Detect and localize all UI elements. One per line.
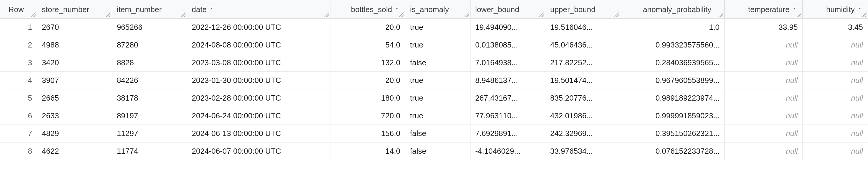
cell-row: 5 <box>0 89 37 107</box>
null-cell: null <box>724 107 803 124</box>
cell-lower_bound: 267.43167... <box>470 89 545 107</box>
cell-date: 2024-08-08 00:00:00 UTC <box>187 36 330 54</box>
cell-bottles_sold: 20.0 <box>330 71 405 89</box>
column-header-anomaly_probability[interactable]: anomaly_probability <box>620 0 725 18</box>
column-resize-handle[interactable] <box>181 12 186 18</box>
cell-lower_bound: -4.1046029... <box>470 142 545 160</box>
null-cell: null <box>724 71 803 89</box>
column-header-label: Row <box>8 5 24 14</box>
cell-row: 1 <box>0 18 37 36</box>
cell-store_number: 2665 <box>37 89 112 107</box>
sort-icon[interactable] <box>208 5 215 11</box>
null-cell: null <box>803 54 868 71</box>
cell-lower_bound: 0.0138085... <box>470 36 545 54</box>
column-header-bottles_sold[interactable]: bottles_sold <box>330 0 405 18</box>
column-resize-handle[interactable] <box>539 12 545 18</box>
null-cell: null <box>724 89 803 107</box>
cell-row: 3 <box>0 54 37 71</box>
cell-item_number: 11774 <box>112 142 187 160</box>
cell-date: 2024-06-13 00:00:00 UTC <box>187 124 330 142</box>
cell-anomaly_probability: 0.993323575560... <box>620 36 725 54</box>
column-header-temperature[interactable]: temperature <box>724 0 803 18</box>
column-header-store_number[interactable]: store_number <box>37 0 112 18</box>
cell-anomaly_probability: 0.989189223974... <box>620 89 725 107</box>
cell-upper_bound: 19.501474... <box>545 71 620 89</box>
column-resize-handle[interactable] <box>797 12 802 18</box>
cell-row: 8 <box>0 142 37 160</box>
cell-date: 2023-01-30 00:00:00 UTC <box>187 71 330 89</box>
column-resize-handle[interactable] <box>324 12 330 18</box>
cell-item_number: 89197 <box>112 107 187 124</box>
column-resize-handle[interactable] <box>862 12 867 18</box>
column-resize-handle[interactable] <box>31 12 36 18</box>
column-resize-handle[interactable] <box>614 12 619 18</box>
sort-icon[interactable] <box>791 5 798 11</box>
cell-date: 2023-03-08 00:00:00 UTC <box>187 54 330 71</box>
cell-row: 4 <box>0 71 37 89</box>
cell-is_anomaly: true <box>405 18 470 36</box>
results-table: Rowstore_numberitem_numberdatebottles_so… <box>0 0 868 160</box>
table-row[interactable]: 84622117742024-06-07 00:00:00 UTC14.0fal… <box>0 142 868 160</box>
column-header-lower_bound[interactable]: lower_bound <box>470 0 545 18</box>
table-row[interactable]: 126709652662022-12-26 00:00:00 UTC20.0tr… <box>0 18 868 36</box>
null-cell: null <box>724 124 803 142</box>
table-row[interactable]: 24988872802024-08-08 00:00:00 UTC54.0tru… <box>0 36 868 54</box>
cell-lower_bound: 77.963110... <box>470 107 545 124</box>
cell-bottles_sold: 156.0 <box>330 124 405 142</box>
cell-item_number: 965266 <box>112 18 187 36</box>
column-header-item_number[interactable]: item_number <box>112 0 187 18</box>
column-header-label: is_anomaly <box>410 5 449 14</box>
column-header-row[interactable]: Row <box>0 0 37 18</box>
cell-date: 2024-06-24 00:00:00 UTC <box>187 107 330 124</box>
cell-bottles_sold: 132.0 <box>330 54 405 71</box>
table-row[interactable]: 52665381782023-02-28 00:00:00 UTC180.0tr… <box>0 89 868 107</box>
table-body: 126709652662022-12-26 00:00:00 UTC20.0tr… <box>0 18 868 160</box>
column-header-label: lower_bound <box>475 5 519 14</box>
cell-is_anomaly: true <box>405 71 470 89</box>
cell-upper_bound: 835.20776... <box>545 89 620 107</box>
cell-bottles_sold: 14.0 <box>330 142 405 160</box>
column-resize-handle[interactable] <box>718 12 724 18</box>
cell-item_number: 8828 <box>112 54 187 71</box>
column-resize-handle[interactable] <box>464 12 470 18</box>
column-header-label: humidity <box>826 5 855 14</box>
cell-upper_bound: 45.046436... <box>545 36 620 54</box>
cell-is_anomaly: false <box>405 142 470 160</box>
cell-humidity: 3.45 <box>803 18 868 36</box>
null-cell: null <box>724 54 803 71</box>
column-header-label: temperature <box>748 5 789 14</box>
cell-store_number: 2633 <box>37 107 112 124</box>
cell-upper_bound: 432.01986... <box>545 107 620 124</box>
cell-item_number: 38178 <box>112 89 187 107</box>
cell-upper_bound: 242.32969... <box>545 124 620 142</box>
null-cell: null <box>724 142 803 160</box>
cell-bottles_sold: 180.0 <box>330 89 405 107</box>
column-header-is_anomaly[interactable]: is_anomaly <box>405 0 470 18</box>
cell-temperature: 33.95 <box>724 18 803 36</box>
cell-lower_bound: 19.494090... <box>470 18 545 36</box>
null-cell: null <box>803 36 868 54</box>
cell-is_anomaly: false <box>405 54 470 71</box>
cell-lower_bound: 8.9486137... <box>470 71 545 89</box>
column-header-upper_bound[interactable]: upper_bound <box>545 0 620 18</box>
cell-store_number: 3907 <box>37 71 112 89</box>
column-resize-handle[interactable] <box>106 12 111 18</box>
sort-icon[interactable] <box>394 5 400 11</box>
column-header-humidity[interactable]: humidity <box>803 0 868 18</box>
column-header-label: date <box>192 5 207 14</box>
cell-anomaly_probability: 1.0 <box>620 18 725 36</box>
cell-date: 2022-12-26 00:00:00 UTC <box>187 18 330 36</box>
table-row[interactable]: 74829112972024-06-13 00:00:00 UTC156.0fa… <box>0 124 868 142</box>
table-row[interactable]: 62633891972024-06-24 00:00:00 UTC720.0tr… <box>0 107 868 124</box>
cell-upper_bound: 217.82252... <box>545 54 620 71</box>
sort-icon[interactable] <box>857 5 863 11</box>
column-header-date[interactable]: date <box>187 0 330 18</box>
table-row[interactable]: 43907842262023-01-30 00:00:00 UTC20.0tru… <box>0 71 868 89</box>
null-cell: null <box>803 124 868 142</box>
column-resize-handle[interactable] <box>399 12 404 18</box>
table-row[interactable]: 3342088282023-03-08 00:00:00 UTC132.0fal… <box>0 54 868 71</box>
cell-date: 2024-06-07 00:00:00 UTC <box>187 142 330 160</box>
column-header-label: upper_bound <box>550 5 595 14</box>
column-header-label: store_number <box>42 5 89 14</box>
cell-upper_bound: 33.976534... <box>545 142 620 160</box>
